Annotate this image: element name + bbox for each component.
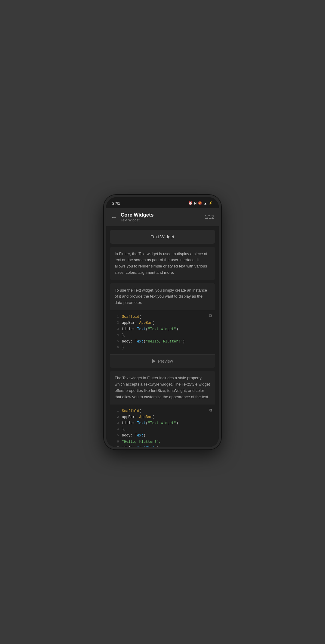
status-bar: 2:41 ⏰ N 🔕 ▲ ⚡ — [106, 197, 219, 208]
desc-card-3: The Text widget in Flutter includes a st… — [110, 371, 215, 404]
code-line: 5 body: Text( — [114, 433, 211, 439]
code-block-2: ⧉ 1 Scaffold( 2 appBar: AppBar( 3 title:… — [110, 405, 215, 447]
code-line: 6 ) — [114, 345, 211, 351]
alarm-icon: ⏰ — [188, 201, 193, 205]
code-section-1: To use the Text widget, you simply creat… — [110, 283, 215, 368]
code-line: 3 title: Text("Text Widget") — [114, 420, 211, 426]
phone-frame: 2:41 ⏰ N 🔕 ▲ ⚡ ← Core Widgets Text Widge… — [104, 195, 221, 449]
app-bar-subtitle: Text Widget — [121, 218, 153, 222]
code-line: 3 title: Text("Text Widget") — [114, 326, 211, 332]
desc-text-3: The Text widget in Flutter includes a st… — [115, 376, 210, 399]
status-time: 2:41 — [112, 201, 120, 205]
desc-card-1: In Flutter, the Text widget is used to d… — [110, 247, 215, 280]
preview-label-1: Preview — [158, 359, 173, 364]
phone-screen: 2:41 ⏰ N 🔕 ▲ ⚡ ← Core Widgets Text Widge… — [106, 197, 219, 447]
desc-text-1: In Flutter, the Text widget is used to d… — [115, 252, 207, 275]
title-card-text: Text Widget — [151, 234, 174, 239]
code-section-2: The Text widget in Flutter includes a st… — [110, 371, 215, 447]
code-line: 4 ), — [114, 427, 211, 433]
code-line: 4 ), — [114, 332, 211, 338]
code-line: 6 "Hello, Flutter!", — [114, 439, 211, 445]
copy-button-2[interactable]: ⧉ — [209, 408, 212, 413]
code-line: 1 Scaffold( — [114, 408, 211, 414]
preview-button-1[interactable]: Preview — [110, 354, 215, 368]
title-card: Text Widget — [110, 230, 215, 244]
back-button[interactable]: ← — [111, 214, 117, 220]
desc-card-2: To use the Text widget, you simply creat… — [110, 283, 215, 310]
code-block-1: ⧉ 1 Scaffold( 2 appBar: AppBar( 3 title:… — [110, 310, 215, 354]
app-bar-title: Core Widgets — [121, 212, 153, 218]
app-bar-titles: Core Widgets Text Widget — [121, 212, 153, 222]
copy-button-1[interactable]: ⧉ — [209, 313, 212, 318]
app-bar-counter: 1/12 — [205, 214, 214, 220]
code-line: 2 appBar: AppBar( — [114, 414, 211, 420]
play-icon-1 — [152, 359, 156, 363]
code-line: 1 Scaffold( — [114, 314, 211, 320]
code-line: 5 body: Text("Hello, Flutter!") — [114, 339, 211, 345]
status-icons: ⏰ N 🔕 ▲ ⚡ — [188, 201, 213, 205]
code-line: 7 style: TextStyle( — [114, 445, 211, 447]
desc-text-2: To use the Text widget, you simply creat… — [115, 288, 207, 305]
vol-icon: 🔕 — [198, 201, 202, 205]
wifi-icon: ▲ — [204, 202, 207, 205]
app-bar: ← Core Widgets Text Widget 1/12 — [106, 208, 219, 226]
nfc-icon: N — [194, 202, 197, 205]
content-area: Text Widget In Flutter, the Text widget … — [106, 226, 219, 447]
battery-icon: ⚡ — [209, 201, 213, 205]
code-line: 2 appBar: AppBar( — [114, 320, 211, 326]
app-bar-left: ← Core Widgets Text Widget — [111, 212, 153, 222]
